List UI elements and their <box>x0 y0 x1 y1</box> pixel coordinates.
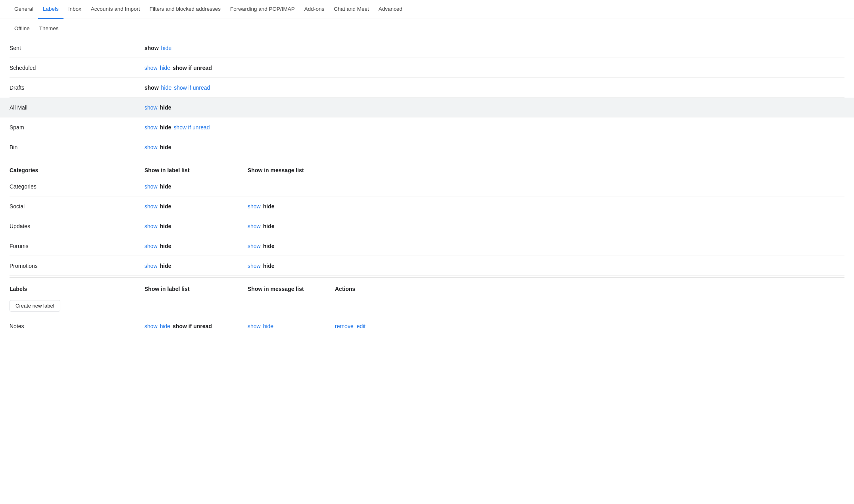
nav-item-labels[interactable]: Labels <box>38 0 63 19</box>
labels-section-title: Labels <box>10 286 144 292</box>
forums-label-list-actions: show hide <box>144 243 248 249</box>
social-msg-show-link[interactable]: show <box>248 203 261 210</box>
label-row-spam: Spam show hide show if unread <box>10 117 844 137</box>
updates-msg-hide-active[interactable]: hide <box>263 223 275 229</box>
label-row-forums: Forums show hide show hide <box>10 236 844 256</box>
scheduled-show-if-unread-active[interactable]: show if unread <box>173 65 212 71</box>
updates-msg-show-link[interactable]: show <box>248 223 261 229</box>
allmail-show-link[interactable]: show <box>144 104 158 111</box>
updates-show-link[interactable]: show <box>144 223 158 229</box>
scheduled-show-link[interactable]: show <box>144 65 158 71</box>
label-list-actions-spam: show hide show if unread <box>144 124 248 131</box>
label-row-promotions: Promotions show hide show hide <box>10 256 844 276</box>
labels-col3-header: Actions <box>335 286 355 292</box>
label-name-bin: Bin <box>10 144 144 150</box>
notes-msg-hide-link[interactable]: hide <box>263 323 273 329</box>
forums-msg-list-actions: show hide <box>248 243 335 249</box>
create-new-label-button[interactable]: Create new label <box>10 300 60 312</box>
labels-col2-header: Show in message list <box>248 286 335 292</box>
notes-show-if-unread-active[interactable]: show if unread <box>173 323 212 329</box>
label-row-scheduled: Scheduled show hide show if unread <box>10 58 844 78</box>
notes-msg-list-actions: show hide <box>248 323 335 329</box>
top-navigation: General Labels Inbox Accounts and Import… <box>0 0 854 19</box>
social-show-link[interactable]: show <box>144 203 158 210</box>
label-list-actions-allmail: show hide <box>144 104 248 111</box>
label-list-actions-drafts: show hide show if unread <box>144 85 248 91</box>
notes-hide-link[interactable]: hide <box>160 323 170 329</box>
label-name-scheduled: Scheduled <box>10 65 144 71</box>
settings-content: Sent show hide Scheduled show hide show … <box>0 38 854 336</box>
label-name-promotions: Promotions <box>10 263 144 269</box>
allmail-hide-active[interactable]: hide <box>160 104 171 111</box>
categories-col1-header: Show in label list <box>144 167 248 173</box>
bin-hide-active[interactable]: hide <box>160 144 171 150</box>
label-name-notes: Notes <box>10 323 144 329</box>
spam-show-if-unread-link[interactable]: show if unread <box>173 124 210 131</box>
nav-item-accounts[interactable]: Accounts and Import <box>86 0 145 19</box>
notes-remove-link[interactable]: remove <box>335 323 354 329</box>
bin-show-link[interactable]: show <box>144 144 158 150</box>
scheduled-hide-link[interactable]: hide <box>160 65 170 71</box>
categories-show-link[interactable]: show <box>144 183 158 190</box>
nav-item-general[interactable]: General <box>10 0 38 19</box>
notes-show-link[interactable]: show <box>144 323 158 329</box>
nav-item-addons[interactable]: Add-ons <box>300 0 329 19</box>
label-name-spam: Spam <box>10 124 144 131</box>
nav-item-forwarding[interactable]: Forwarding and POP/IMAP <box>225 0 300 19</box>
social-hide-active[interactable]: hide <box>160 203 171 210</box>
categories-section-header: Categories Show in label list Show in me… <box>10 161 844 177</box>
updates-hide-active[interactable]: hide <box>160 223 171 229</box>
label-list-actions-sent: show hide <box>144 45 248 51</box>
labels-section-header: Labels Show in label list Show in messag… <box>10 279 844 295</box>
label-row-notes: Notes show hide show if unread show hide… <box>10 316 844 336</box>
spam-show-link[interactable]: show <box>144 124 158 131</box>
social-label-list-actions: show hide <box>144 203 248 210</box>
second-navigation: Offline Themes <box>0 19 854 38</box>
forums-msg-hide-active[interactable]: hide <box>263 243 275 249</box>
sent-hide-link[interactable]: hide <box>161 45 171 51</box>
label-name-allmail: All Mail <box>10 104 144 111</box>
label-list-actions-bin: show hide <box>144 144 248 150</box>
promotions-msg-list-actions: show hide <box>248 263 335 269</box>
notes-label-list-actions: show hide show if unread <box>144 323 248 329</box>
nav-item-chat[interactable]: Chat and Meet <box>329 0 374 19</box>
nav-item-offline[interactable]: Offline <box>10 19 35 38</box>
section-divider-categories <box>10 159 844 159</box>
promotions-msg-show-link[interactable]: show <box>248 263 261 269</box>
forums-hide-active[interactable]: hide <box>160 243 171 249</box>
promotions-msg-hide-active[interactable]: hide <box>263 263 275 269</box>
nav-item-filters[interactable]: Filters and blocked addresses <box>145 0 225 19</box>
promotions-show-link[interactable]: show <box>144 263 158 269</box>
label-row-categories: Categories show hide <box>10 177 844 196</box>
label-row-updates: Updates show hide show hide <box>10 216 844 236</box>
notes-msg-show-link[interactable]: show <box>248 323 261 329</box>
categories-hide-active[interactable]: hide <box>160 183 171 190</box>
nav-item-themes[interactable]: Themes <box>35 19 63 38</box>
social-msg-list-actions: show hide <box>248 203 335 210</box>
labels-col1-header: Show in label list <box>144 286 248 292</box>
promotions-hide-active[interactable]: hide <box>160 263 171 269</box>
drafts-hide-link[interactable]: hide <box>161 85 171 91</box>
spam-hide-active[interactable]: hide <box>160 124 171 131</box>
label-name-categories: Categories <box>10 183 144 190</box>
forums-show-link[interactable]: show <box>144 243 158 249</box>
notes-extra-actions: remove edit <box>335 323 365 329</box>
label-name-sent: Sent <box>10 45 144 51</box>
updates-msg-list-actions: show hide <box>248 223 335 229</box>
social-msg-hide-active[interactable]: hide <box>263 203 275 210</box>
categories-col2-header: Show in message list <box>248 167 351 173</box>
nav-item-advanced[interactable]: Advanced <box>374 0 407 19</box>
categories-section-title: Categories <box>10 167 144 173</box>
label-row-social: Social show hide show hide <box>10 196 844 216</box>
notes-edit-link[interactable]: edit <box>357 323 366 329</box>
label-row-allmail: All Mail show hide <box>0 98 854 117</box>
sent-show-active[interactable]: show <box>144 45 159 51</box>
label-row-drafts: Drafts show hide show if unread <box>10 78 844 98</box>
forums-msg-show-link[interactable]: show <box>248 243 261 249</box>
drafts-show-active[interactable]: show <box>144 85 159 91</box>
nav-item-inbox[interactable]: Inbox <box>63 0 86 19</box>
label-row-bin: Bin show hide <box>10 137 844 157</box>
section-divider-labels <box>10 277 844 278</box>
drafts-show-if-unread-link[interactable]: show if unread <box>174 85 210 91</box>
label-name-social: Social <box>10 203 144 210</box>
